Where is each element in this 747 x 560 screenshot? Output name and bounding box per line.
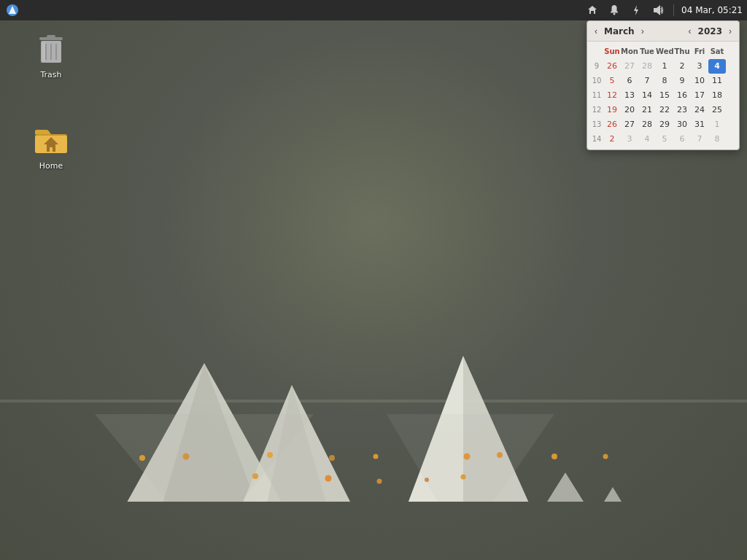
- cal-day[interactable]: 13: [621, 88, 638, 103]
- week-num-9: 9: [590, 61, 603, 71]
- home-folder-icon[interactable]: Home: [22, 120, 80, 174]
- cal-day[interactable]: 18: [708, 88, 726, 103]
- cal-day[interactable]: 3: [691, 59, 708, 74]
- calendar-week-10: 10 5 6 7 8 9 10 11: [590, 74, 736, 88]
- svg-rect-16: [50, 147, 53, 152]
- cal-day[interactable]: 17: [691, 88, 708, 103]
- cal-day[interactable]: 23: [673, 103, 691, 117]
- cal-day[interactable]: 7: [638, 74, 656, 88]
- taskbar-right: 04 Mar, 05:21: [584, 3, 743, 18]
- home-folder-image: [34, 123, 69, 158]
- year-nav: ‹ 2023 ›: [686, 25, 735, 39]
- cal-day[interactable]: 26: [603, 59, 621, 74]
- cal-day[interactable]: 21: [638, 103, 656, 117]
- cal-day[interactable]: 19: [603, 103, 621, 117]
- cal-day-today[interactable]: 4: [708, 59, 726, 74]
- home-label: Home: [39, 161, 63, 171]
- cal-day[interactable]: 5: [603, 74, 621, 88]
- cal-day[interactable]: 16: [673, 88, 691, 103]
- power-icon[interactable]: [628, 3, 644, 18]
- trash-label: Trash: [40, 70, 61, 79]
- calendar-week-11: 11 12 13 14 15 16 17 18: [590, 88, 736, 103]
- header-sun: Sun: [603, 44, 621, 59]
- cal-day[interactable]: 8: [656, 74, 673, 88]
- cal-day[interactable]: 9: [673, 74, 691, 88]
- cal-day[interactable]: 28: [638, 117, 656, 132]
- week-num-11: 11: [590, 90, 603, 100]
- desktop: 04 Mar, 05:21 Trash: [0, 0, 747, 560]
- svg-marker-4: [657, 5, 660, 15]
- calendar-header: ‹ March › ‹ 2023 ›: [587, 21, 739, 42]
- cal-day[interactable]: 10: [691, 74, 708, 88]
- cal-day[interactable]: 12: [603, 88, 621, 103]
- header-wed: Wed: [656, 44, 673, 59]
- week-num-10: 10: [590, 76, 603, 85]
- week-num-13: 13: [590, 120, 603, 129]
- taskbar-left: [4, 2, 20, 18]
- notification-icon[interactable]: [606, 3, 622, 18]
- month-label: March: [604, 26, 635, 36]
- volume-icon[interactable]: [650, 3, 666, 18]
- cal-day[interactable]: 15: [656, 88, 673, 103]
- cal-day[interactable]: 24: [691, 103, 708, 117]
- calendar-grid: Sun Mon Tue Wed Thu Fri Sat 9 26 27 28 1…: [587, 42, 739, 149]
- svg-marker-27: [387, 414, 554, 502]
- calendar-week-14: 14 2 3 4 5 6 7 8: [590, 132, 736, 147]
- next-month-button[interactable]: ›: [638, 25, 647, 39]
- cal-day[interactable]: 11: [708, 74, 726, 88]
- cal-day[interactable]: 20: [621, 103, 638, 117]
- prev-year-button[interactable]: ‹: [686, 25, 694, 39]
- taskbar-time[interactable]: 04 Mar, 05:21: [681, 5, 743, 15]
- header-sat: Sat: [708, 44, 726, 59]
- cal-day[interactable]: 2: [673, 59, 691, 74]
- year-label: 2023: [698, 26, 722, 36]
- header-mon: Mon: [621, 44, 638, 59]
- cal-day[interactable]: 6: [673, 132, 691, 147]
- cal-day[interactable]: 1: [708, 117, 726, 132]
- calendar-week-12: 12 19 20 21 22 23 24 25: [590, 103, 736, 117]
- next-year-button[interactable]: ›: [726, 25, 735, 39]
- cal-day[interactable]: 8: [708, 132, 726, 147]
- cal-day[interactable]: 27: [621, 59, 638, 74]
- taskbar: 04 Mar, 05:21: [0, 0, 747, 20]
- cal-day[interactable]: 2: [603, 132, 621, 147]
- header-thu: Thu: [673, 44, 691, 59]
- cal-day[interactable]: 14: [638, 88, 656, 103]
- calendar-week-9: 9 26 27 28 1 2 3 4: [590, 59, 736, 74]
- cal-day[interactable]: 1: [656, 59, 673, 74]
- svg-marker-24: [511, 472, 620, 502]
- cal-day[interactable]: 28: [638, 59, 656, 74]
- cal-day[interactable]: 31: [691, 117, 708, 132]
- svg-rect-17: [0, 400, 747, 402]
- week-num-header: [590, 51, 603, 52]
- calendar-day-headers: Sun Mon Tue Wed Thu Fri Sat: [590, 44, 736, 59]
- calendar-widget: ‹ March › ‹ 2023 › Sun Mon Tue Wed Thu F…: [587, 20, 740, 150]
- cal-day[interactable]: 26: [603, 117, 621, 132]
- week-num-12: 12: [590, 105, 603, 114]
- cal-day[interactable]: 27: [621, 117, 638, 132]
- svg-point-2: [614, 13, 616, 15]
- svg-rect-11: [42, 42, 45, 61]
- calendar-week-13: 13 26 27 28 29 30 31 1: [590, 117, 736, 132]
- cal-day[interactable]: 5: [656, 132, 673, 147]
- trash-icon-image: [34, 32, 69, 67]
- cal-day[interactable]: 29: [656, 117, 673, 132]
- menu-button[interactable]: [4, 2, 20, 18]
- trash-icon[interactable]: Trash: [22, 29, 80, 82]
- week-num-14: 14: [590, 134, 603, 144]
- network-icon[interactable]: [584, 3, 600, 18]
- month-nav: ‹ March ›: [592, 25, 647, 39]
- header-fri: Fri: [691, 44, 708, 59]
- mountain-scene: [0, 268, 747, 502]
- cal-day[interactable]: 22: [656, 103, 673, 117]
- cal-day[interactable]: 4: [638, 132, 656, 147]
- cal-day[interactable]: 3: [621, 132, 638, 147]
- prev-month-button[interactable]: ‹: [592, 25, 600, 39]
- svg-rect-6: [47, 35, 55, 38]
- header-tue: Tue: [638, 44, 656, 59]
- taskbar-separator: [673, 4, 674, 16]
- cal-day[interactable]: 6: [621, 74, 638, 88]
- cal-day[interactable]: 7: [691, 132, 708, 147]
- cal-day[interactable]: 30: [673, 117, 691, 132]
- cal-day[interactable]: 25: [708, 103, 726, 117]
